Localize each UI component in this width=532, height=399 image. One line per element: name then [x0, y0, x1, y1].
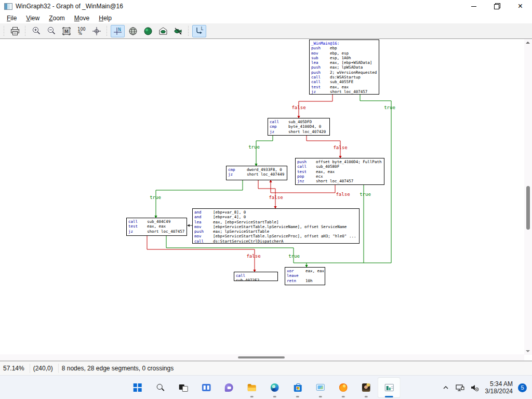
chat-icon — [225, 383, 233, 392]
taskbar-icon-search[interactable] — [149, 377, 172, 398]
zoom-100-button[interactable]: 100% — [74, 25, 88, 37]
taskbar-icon-edge[interactable] — [263, 377, 286, 398]
menu-help[interactable]: Help — [94, 14, 116, 23]
status-graph-info: 8 nodes, 28 edge segments, 0 crossings — [59, 364, 179, 373]
svg-text:L: L — [201, 26, 203, 31]
taskbar-icon-widgets[interactable] — [195, 377, 218, 398]
running-app-indicator — [319, 396, 322, 397]
fish-layout-icon — [173, 26, 183, 36]
status-bar: 57.14% (240,0) 8 nodes, 28 edge segments… — [0, 361, 532, 375]
search-icon — [156, 383, 165, 392]
graph-node-exit[interactable]: xoreax, eaxleaveretn10h — [285, 267, 325, 285]
taskbar-icon-task-view[interactable] — [172, 377, 195, 398]
scroll-down-icon[interactable] — [526, 350, 530, 352]
zoom-center-button[interactable] — [89, 25, 103, 37]
taskbar-icon-store[interactable] — [286, 377, 309, 398]
taskbar-icon-wingraph[interactable] — [378, 377, 401, 398]
graph-node-call-404c49[interactable]: callsub_404C49testeax, eaxjzshort loc_40… — [126, 218, 187, 236]
globe-view-button[interactable] — [126, 25, 140, 37]
close-button[interactable]: × — [509, 0, 532, 12]
graph-node-winmain[interactable]: _WinMain@16:pushebpmovebp, espsubesp, 1A… — [309, 39, 379, 95]
zoom-out-icon — [46, 26, 57, 36]
tray-chevron-button[interactable] — [439, 384, 453, 391]
file-explorer-icon — [248, 385, 256, 391]
scroll-up-icon[interactable] — [526, 42, 530, 44]
edge-icon — [271, 383, 279, 392]
vertical-scrollbar[interactable] — [524, 39, 532, 355]
store-icon — [294, 385, 301, 392]
toolbar-gripper — [3, 26, 5, 36]
toolbar-gripper — [188, 26, 189, 36]
status-zoom-level: 57.14% — [0, 364, 30, 373]
svg-text:false: false — [291, 105, 305, 110]
graph-canvas[interactable]: falsetruetruefalsetruefalsefalsetruefals… — [0, 39, 532, 361]
photo-viewer-icon — [362, 383, 370, 392]
taskbar-icon-file-explorer[interactable] — [241, 377, 263, 398]
menu-zoom[interactable]: Zoom — [44, 14, 70, 23]
running-app-indicator — [296, 396, 299, 397]
graph-node-check-dword[interactable]: cmpdword_4933F8, 0jzshort loc_407449 — [226, 166, 287, 180]
menu-view[interactable]: View — [21, 14, 44, 23]
horizontal-scrollbar-thumb[interactable] — [238, 356, 285, 358]
zoom-fit-icon: M — [61, 26, 72, 36]
running-app-indicator — [250, 396, 254, 397]
relayout-icon: N — [113, 26, 123, 36]
svg-text:true: true — [248, 144, 260, 150]
graph-node-check-flag[interactable]: callsub_405DFDcmpbyte_4100D4, 0jzshort l… — [268, 118, 330, 136]
svg-text:false: false — [336, 192, 350, 197]
svg-text:false: false — [269, 195, 283, 200]
restore-icon — [494, 3, 500, 9]
graph-node-fullpath[interactable]: pushoffset byte_4100D4; FullPathcallsub_… — [295, 158, 384, 185]
window-title: WinGraph32 - Graph of _WinMain@16 — [16, 3, 123, 10]
print-button[interactable] — [8, 25, 22, 37]
minimize-icon — [471, 6, 476, 7]
svg-text:true: true — [384, 105, 395, 110]
volume-button[interactable] — [468, 384, 482, 392]
notification-badge[interactable]: 5 — [518, 383, 527, 392]
graph-node-call-4072f2[interactable]: callsub_4072F2 — [234, 272, 278, 281]
vertical-scrollbar-thumb[interactable] — [526, 186, 530, 230]
zoom-fit-button[interactable]: M — [59, 25, 73, 37]
network-icon — [456, 384, 464, 392]
app-icon — [4, 3, 12, 10]
restore-button[interactable] — [485, 0, 509, 12]
system-tray: 5:34 AM 3/18/2024 5 — [439, 376, 529, 399]
taskbar-icon-chat[interactable] — [218, 377, 241, 398]
widgets-icon — [202, 384, 210, 391]
task-view-icon — [179, 383, 188, 392]
minimize-button[interactable] — [462, 0, 485, 12]
taskbar-icon-photo-viewer[interactable] — [355, 377, 378, 398]
firefox-icon — [339, 383, 348, 392]
graph-node-service-table[interactable]: and[ebp+var_8], 0and[ebp+var_4], 0leaeax… — [192, 208, 360, 244]
zoom-out-button[interactable] — [44, 25, 58, 37]
globe-view-icon — [128, 26, 138, 36]
sphere-view-button[interactable] — [141, 25, 155, 37]
taskbar-icon-screen-sketch[interactable] — [309, 377, 332, 398]
fish-layout-button[interactable] — [171, 25, 185, 37]
sphere-view-icon — [143, 26, 153, 36]
clock[interactable]: 5:34 AM 3/18/2024 — [482, 380, 516, 395]
taskbar-icons — [126, 377, 401, 398]
menu-file[interactable]: File — [2, 14, 21, 23]
graph-edges: falsetruetruefalsetruefalsefalsetruefals… — [0, 39, 524, 361]
svg-text:true: true — [360, 192, 371, 197]
status-cursor-coords: (240,0) — [30, 364, 59, 373]
taskbar-icon-firefox[interactable] — [332, 377, 355, 398]
svg-text:M: M — [64, 29, 69, 34]
edge-follow-button[interactable]: L — [192, 25, 206, 37]
svg-text:false: false — [246, 254, 260, 259]
network-button[interactable] — [453, 384, 468, 392]
tray-date: 3/18/2024 — [485, 388, 513, 395]
taskbar-icon-start[interactable] — [126, 377, 149, 398]
svg-text:N: N — [118, 27, 121, 32]
menu-move[interactable]: Move — [70, 14, 94, 23]
active-app-indicator — [385, 396, 393, 397]
start-icon — [134, 383, 142, 392]
tray-time: 5:34 AM — [485, 380, 513, 388]
mail-graph-button[interactable] — [156, 25, 170, 37]
zoom-in-button[interactable] — [29, 25, 43, 37]
relayout-button[interactable]: N — [111, 25, 125, 37]
close-icon: × — [518, 2, 523, 10]
zoom-in-icon — [31, 26, 42, 36]
horizontal-scrollbar[interactable] — [0, 354, 524, 361]
